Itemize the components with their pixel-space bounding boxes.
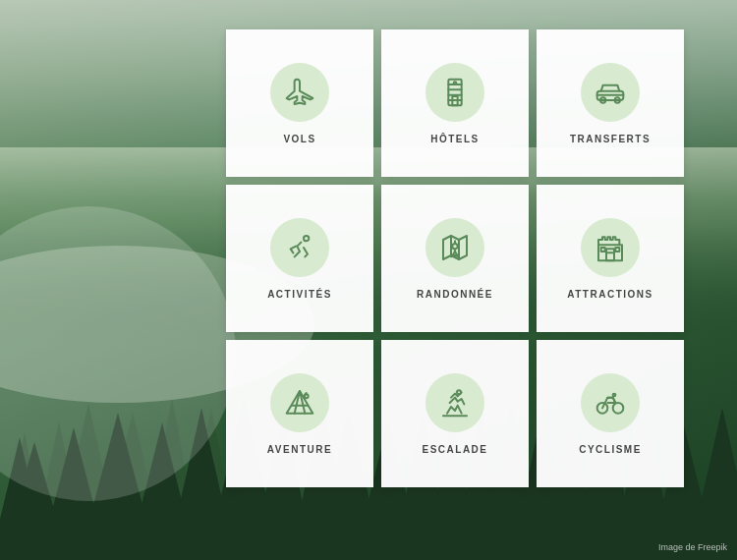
icon-circle-escalade [425, 373, 484, 432]
map-icon [439, 232, 471, 263]
svg-point-46 [613, 403, 624, 414]
card-label-transferts: TRANSFERTS [570, 134, 651, 144]
car-icon [595, 77, 626, 108]
card-label-vols: VOLS [283, 134, 315, 144]
hotel-icon [439, 77, 471, 108]
card-label-hotels: HÔTELS [430, 134, 480, 144]
climbing-icon [439, 387, 471, 419]
icon-circle-vols [270, 63, 329, 122]
icon-circle-hotels [425, 63, 484, 122]
category-grid: VOLS HÔTELS [226, 29, 708, 487]
card-hotels[interactable]: HÔTELS [381, 29, 529, 177]
icon-circle-cyclisme [581, 373, 640, 432]
card-label-attractions: ATTRACTIONS [567, 289, 652, 300]
card-attractions[interactable]: ATTRACTIONS [537, 185, 684, 332]
card-escalade[interactable]: ESCALADE [381, 340, 529, 487]
icon-circle-activites [270, 218, 329, 277]
tent-icon [284, 387, 315, 419]
card-label-cyclisme: CYCLISME [579, 444, 642, 455]
svg-point-37 [304, 236, 309, 241]
icon-circle-aventure [270, 373, 329, 432]
icon-circle-transferts [581, 63, 640, 122]
svg-rect-42 [615, 248, 619, 252]
activity-icon [284, 232, 315, 263]
icon-circle-randonnee [425, 218, 484, 277]
grid-container: VOLS HÔTELS [226, 29, 708, 487]
card-activites[interactable]: ACTIVITÉS [226, 185, 373, 332]
card-label-aventure: AVENTURE [267, 444, 332, 455]
card-aventure[interactable]: AVENTURE [226, 340, 373, 487]
svg-rect-31 [448, 79, 461, 105]
card-transferts[interactable]: TRANSFERTS [537, 29, 684, 177]
svg-rect-40 [606, 252, 614, 260]
card-vols[interactable]: VOLS [226, 29, 373, 177]
icon-circle-attractions [581, 218, 640, 277]
svg-point-33 [454, 82, 457, 84]
card-randonnee[interactable]: RANDONNÉE [381, 185, 529, 332]
card-label-randonnee: RANDONNÉE [417, 289, 493, 300]
card-label-activites: ACTIVITÉS [267, 289, 332, 300]
svg-point-47 [613, 393, 616, 396]
bike-icon [595, 387, 626, 419]
image-credit: Image de Freepik [658, 542, 727, 552]
card-label-escalade: ESCALADE [422, 444, 487, 455]
plane-icon [284, 77, 315, 108]
svg-rect-41 [601, 248, 605, 252]
castle-icon [595, 232, 626, 263]
card-cyclisme[interactable]: CYCLISME [537, 340, 684, 487]
